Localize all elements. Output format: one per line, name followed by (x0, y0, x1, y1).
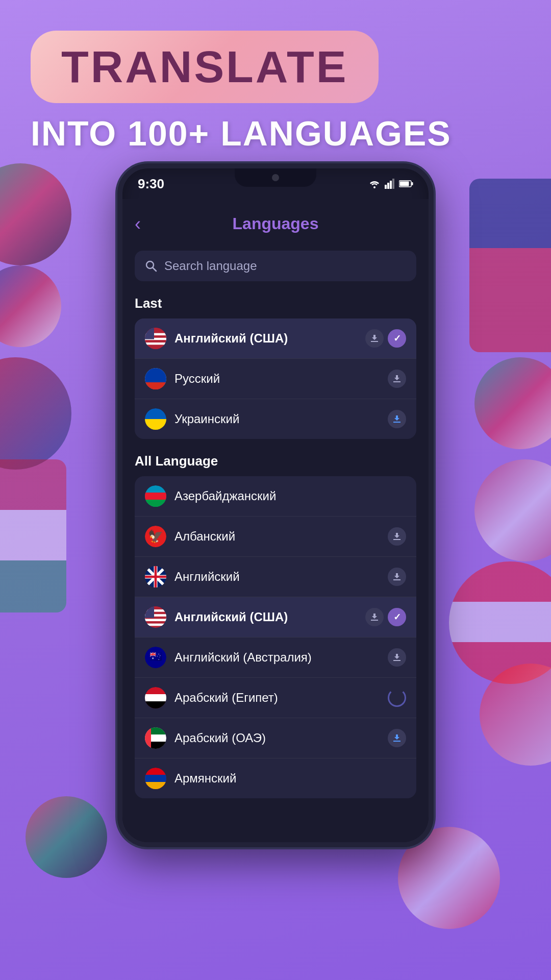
svg-rect-1 (385, 185, 387, 189)
svg-rect-19 (145, 328, 154, 339)
flag-au: 🇦🇺 (145, 647, 166, 668)
flag-us (145, 328, 166, 349)
search-bar[interactable]: Search language (135, 251, 416, 281)
svg-text:🦅: 🦅 (148, 529, 163, 544)
flag-us (145, 606, 166, 628)
svg-rect-44 (145, 606, 154, 618)
list-item[interactable]: Английский (США) ✓ (135, 597, 416, 638)
translate-badge: TRANSLATE (31, 31, 379, 103)
svg-point-0 (373, 186, 375, 188)
check-icon: ✓ (388, 329, 406, 348)
language-name: Английский (Австралия) (174, 650, 380, 665)
header-title: Languages (233, 214, 319, 233)
svg-rect-48 (145, 694, 166, 701)
svg-rect-43 (145, 624, 166, 626)
flag-am (145, 768, 166, 789)
search-placeholder: Search language (164, 259, 257, 273)
svg-rect-3 (390, 181, 392, 189)
flag-eg (145, 687, 166, 708)
svg-rect-53 (151, 727, 166, 734)
list-item[interactable]: 🦅 Албанский (135, 517, 416, 557)
language-name: Английский (США) (174, 331, 357, 346)
download-icon (388, 568, 406, 586)
list-item[interactable]: Английский (США) ✓ (135, 318, 416, 359)
flag-gb (145, 566, 166, 587)
language-name: Украинский (174, 412, 380, 426)
phone-notch (235, 168, 316, 187)
svg-line-9 (153, 268, 157, 272)
list-item[interactable]: Русский (135, 359, 416, 399)
download-icon (365, 329, 384, 348)
last-section-label: Last (135, 296, 416, 311)
phone-mockup: 9:30 (117, 163, 434, 847)
all-language-group: Азербайджанский 🦅 Албанский (135, 476, 416, 798)
language-name: Армянский (174, 771, 406, 786)
download-icon (388, 410, 406, 428)
svg-text:🇦🇺: 🇦🇺 (149, 650, 162, 663)
download-icon (388, 527, 406, 546)
last-language-group: Английский (США) ✓ Русский (135, 318, 416, 439)
download-icon (365, 608, 384, 626)
back-button[interactable]: ‹ (135, 213, 141, 235)
language-name: Английский (США) (174, 610, 357, 624)
status-time: 9:30 (138, 176, 164, 192)
list-item[interactable]: Украинский (135, 399, 416, 439)
language-name: Арабский (ОАЭ) (174, 731, 380, 745)
language-name: Азербайджанский (174, 489, 406, 503)
language-name: Албанский (174, 529, 380, 544)
download-icon (388, 648, 406, 667)
language-name: Арабский (Египет) (174, 691, 380, 705)
svg-rect-6 (400, 182, 409, 186)
svg-rect-49 (145, 701, 166, 708)
language-name: Английский (174, 570, 380, 584)
list-item[interactable]: Азербайджанский (135, 476, 416, 517)
check-icon: ✓ (388, 608, 406, 626)
svg-rect-54 (151, 742, 166, 749)
all-section-label: All Language (135, 453, 416, 469)
camera-dot (272, 174, 279, 181)
translate-text: TRANSLATE (61, 41, 348, 92)
svg-rect-15 (145, 340, 166, 342)
list-item[interactable]: Арабский (Египет) (135, 678, 416, 718)
top-section: TRANSLATE INTO 100+ LANGUAGES (0, 0, 551, 168)
svg-rect-4 (392, 179, 394, 189)
svg-rect-17 (145, 345, 166, 348)
flag-al: 🦅 (145, 526, 166, 547)
list-item[interactable]: Английский (135, 557, 416, 597)
flag-ua (145, 408, 166, 430)
signal-icon (385, 179, 395, 189)
search-icon (145, 260, 157, 272)
svg-rect-58 (145, 782, 166, 789)
loading-indicator (388, 689, 406, 707)
wifi-icon (368, 179, 381, 189)
list-item[interactable]: Арабский (ОАЭ) (135, 718, 416, 758)
list-item[interactable]: Армянский (135, 758, 416, 798)
item-icons: ✓ (365, 329, 406, 348)
phone-content: ‹ Languages Search language Last (122, 199, 429, 842)
item-icons: ✓ (365, 608, 406, 626)
battery-icon (399, 180, 413, 188)
status-icons (368, 179, 413, 189)
svg-rect-27 (145, 500, 166, 507)
download-icon (388, 729, 406, 747)
svg-rect-26 (145, 493, 166, 500)
svg-rect-2 (387, 183, 389, 189)
svg-rect-42 (145, 619, 166, 621)
svg-rect-7 (412, 182, 413, 185)
language-name: Русский (174, 372, 380, 386)
flag-az (145, 485, 166, 507)
svg-rect-57 (145, 775, 166, 782)
flag-ae (145, 727, 166, 749)
svg-rect-52 (145, 727, 151, 749)
app-header: ‹ Languages (135, 209, 416, 238)
download-icon (388, 370, 406, 388)
svg-rect-18 (145, 347, 166, 349)
list-item[interactable]: 🇦🇺 Английский (Австралия) (135, 638, 416, 678)
subtitle-text: INTO 100+ LANGUAGES (31, 114, 452, 153)
svg-rect-23 (145, 419, 166, 430)
svg-rect-16 (145, 342, 166, 345)
phone-frame: 9:30 (117, 163, 434, 847)
flag-ru (145, 368, 166, 389)
